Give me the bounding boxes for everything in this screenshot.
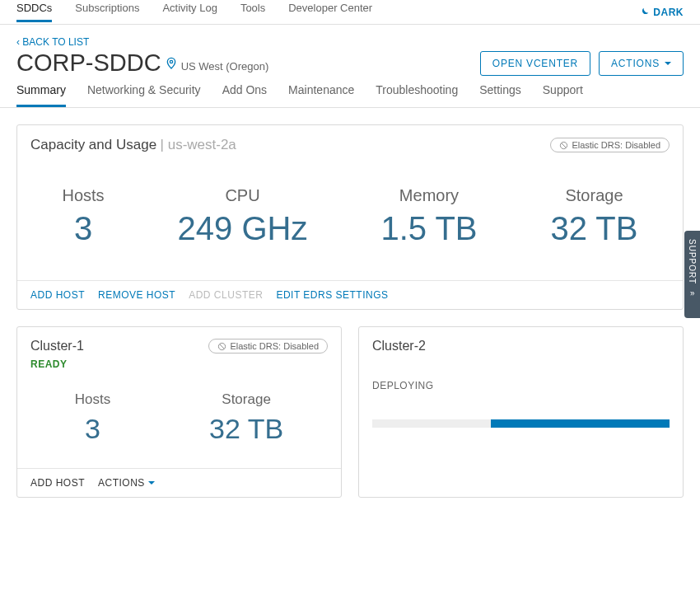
cluster1-metric-storage: Storage 32 TB	[209, 391, 283, 445]
storage-value: 32 TB	[550, 210, 637, 247]
cluster-2-card: Cluster-2 DEPLOYING	[358, 326, 684, 498]
subtab-settings[interactable]: Settings	[479, 83, 521, 107]
sub-nav: Summary Networking & Security Add Ons Ma…	[0, 77, 700, 108]
cluster1-title: Cluster-1	[30, 339, 84, 354]
add-host-link[interactable]: ADD HOST	[30, 289, 85, 301]
subtab-addons[interactable]: Add Ons	[222, 83, 267, 107]
region-label: US West (Oregon)	[181, 60, 269, 73]
cluster2-progress-bar	[372, 419, 670, 428]
subtab-troubleshooting[interactable]: Troubleshooting	[376, 83, 458, 107]
tab-subscriptions[interactable]: Subscriptions	[75, 2, 139, 22]
hosts-label: Hosts	[62, 186, 104, 205]
metric-cpu: CPU 249 GHz	[178, 186, 308, 247]
add-cluster-link: ADD CLUSTER	[189, 289, 263, 301]
back-label: BACK TO LIST	[22, 36, 89, 48]
cluster2-status: DEPLOYING	[359, 358, 683, 403]
elastic-drs-badge: Elastic DRS: Disabled	[550, 138, 670, 152]
tab-sddcs[interactable]: SDDCs	[16, 2, 52, 22]
tab-developer-center[interactable]: Developer Center	[288, 2, 372, 22]
open-vcenter-button[interactable]: OPEN VCENTER	[480, 51, 590, 76]
metric-storage: Storage 32 TB	[550, 186, 637, 247]
drs-badge-text: Elastic DRS: Disabled	[572, 140, 660, 150]
cluster2-progress-fill	[491, 419, 670, 428]
cluster1-storage-label: Storage	[209, 391, 283, 408]
dark-mode-toggle[interactable]: DARK	[638, 7, 684, 18]
cluster1-actions-dropdown[interactable]: ACTIONS	[98, 477, 155, 489]
cluster1-add-host-link: ADD HOST	[30, 477, 85, 489]
cluster1-drs-text: Elastic DRS: Disabled	[230, 341, 319, 351]
sddc-name: CORP-SDDC	[16, 49, 161, 77]
support-tab-label: SUPPORT	[688, 239, 697, 284]
top-nav: SDDCs Subscriptions Activity Log Tools D…	[0, 0, 700, 25]
capacity-usage-card: Capacity and Usage | us-west-2a Elastic …	[16, 124, 684, 310]
capacity-region: | us-west-2a	[161, 137, 236, 153]
actions-dropdown-button[interactable]: ACTIONS	[599, 51, 684, 76]
metric-memory: Memory 1.5 TB	[380, 186, 477, 247]
cpu-label: CPU	[178, 186, 308, 205]
tab-activity-log[interactable]: Activity Log	[162, 2, 217, 22]
support-side-tab[interactable]: SUPPORT «	[684, 231, 700, 318]
metric-hosts: Hosts 3	[62, 186, 104, 247]
cpu-value: 249 GHz	[178, 210, 308, 247]
svg-point-0	[170, 60, 172, 63]
cluster-1-card: Cluster-1 Elastic DRS: Disabled READY Ho…	[16, 326, 342, 498]
dark-label: DARK	[653, 7, 684, 18]
cluster2-title: Cluster-2	[372, 339, 426, 354]
tab-tools[interactable]: Tools	[240, 2, 265, 22]
disabled-icon	[559, 141, 568, 150]
chevron-left-icon: ‹	[16, 36, 20, 48]
storage-label: Storage	[550, 186, 637, 205]
memory-label: Memory	[380, 186, 477, 205]
location-pin-icon	[165, 57, 178, 70]
hosts-value: 3	[62, 210, 104, 247]
cluster1-storage-value: 32 TB	[209, 413, 283, 445]
back-to-list-link[interactable]: ‹ BACK TO LIST	[16, 36, 480, 48]
memory-value: 1.5 TB	[380, 210, 477, 247]
svg-line-2	[562, 143, 567, 148]
cluster1-metric-hosts: Hosts 3	[75, 391, 110, 445]
svg-line-4	[220, 344, 225, 349]
cluster1-hosts-label: Hosts	[75, 391, 110, 408]
page-header: ‹ BACK TO LIST CORP-SDDC US West (Oregon…	[0, 25, 700, 77]
subtab-summary[interactable]: Summary	[16, 83, 66, 107]
subtab-networking[interactable]: Networking & Security	[87, 83, 201, 107]
chevron-expand-icon: «	[689, 289, 695, 298]
capacity-title: Capacity and Usage	[30, 137, 156, 153]
moon-icon	[638, 7, 650, 18]
edit-edrs-link[interactable]: EDIT EDRS SETTINGS	[276, 289, 388, 301]
disabled-icon	[217, 342, 226, 351]
subtab-maintenance[interactable]: Maintenance	[288, 83, 354, 107]
subtab-support[interactable]: Support	[543, 83, 583, 107]
cluster1-drs-badge: Elastic DRS: Disabled	[208, 339, 328, 354]
sddc-title: CORP-SDDC US West (Oregon)	[16, 49, 480, 77]
cluster1-hosts-value: 3	[75, 413, 110, 445]
cluster1-status: READY	[17, 358, 341, 377]
remove-host-link[interactable]: REMOVE HOST	[98, 289, 175, 301]
